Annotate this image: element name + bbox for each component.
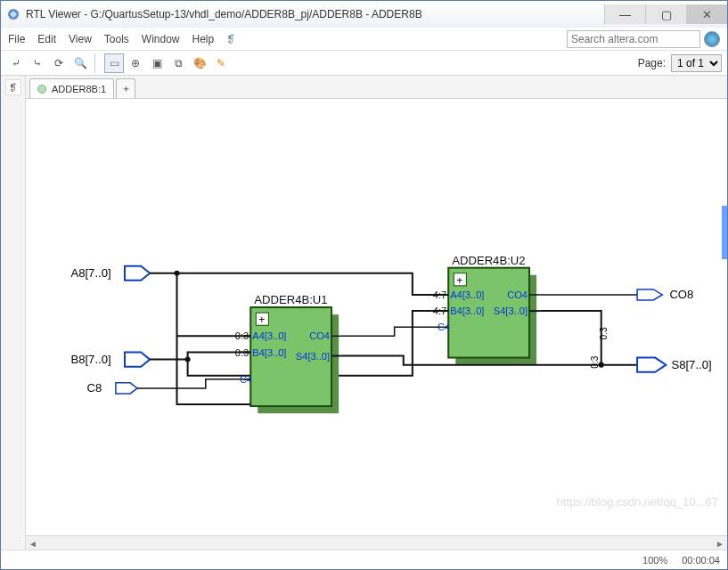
highlight-button[interactable]: ✎ xyxy=(211,53,231,73)
menu-view[interactable]: View xyxy=(69,33,92,45)
svg-marker-4 xyxy=(125,353,150,367)
port-b8: B8[7..0] xyxy=(70,353,150,367)
svg-text:CO8: CO8 xyxy=(669,288,693,301)
tabstrip: ADDER8B:1 ＋ xyxy=(26,76,727,99)
svg-marker-2 xyxy=(125,266,150,281)
menu-window[interactable]: Window xyxy=(142,33,180,45)
globe-icon[interactable] xyxy=(704,31,720,47)
schematic-canvas[interactable]: A8[7..0] B8[7..0] C8 xyxy=(26,99,727,535)
left-gutter: ❡ xyxy=(1,76,26,550)
svg-marker-48 xyxy=(637,358,666,372)
find-button[interactable]: 🔍 xyxy=(70,53,90,73)
svg-text:+: + xyxy=(258,314,265,326)
svg-text:CO4: CO4 xyxy=(309,330,330,341)
svg-text:0:3: 0:3 xyxy=(590,355,600,368)
minimize-button[interactable]: — xyxy=(604,4,645,24)
close-button[interactable]: ✕ xyxy=(686,4,727,24)
status-time: 00:00:04 xyxy=(682,555,720,566)
svg-text:S4[3..0]: S4[3..0] xyxy=(494,305,528,316)
pan-tool[interactable]: ⧉ xyxy=(168,53,188,73)
status-bar: 100% 00:00:04 xyxy=(1,550,727,569)
tab-status-icon xyxy=(37,85,46,94)
svg-text:A4[3..0]: A4[3..0] xyxy=(450,289,484,300)
tab-adder8b[interactable]: ADDER8B:1 xyxy=(29,78,114,98)
block-u1[interactable]: ADDER4B:U1 + 0:3 A4[3..0] 0:3 B4[3..0] C… xyxy=(235,293,340,413)
palette-button[interactable]: 🎨 xyxy=(190,53,209,73)
status-zoom: 100% xyxy=(642,555,667,566)
tab-label: ADDER8B:1 xyxy=(52,84,106,94)
svg-text:C8: C8 xyxy=(87,381,102,395)
menu-help[interactable]: Help xyxy=(192,33,215,45)
svg-text:A4[3..0]: A4[3..0] xyxy=(252,330,286,341)
toolbar: ⤶ ⤷ ⟳ 🔍 ▭ ⊕ ▣ ⧉ 🎨 ✎ Page: 1 of 1 xyxy=(1,51,727,76)
svg-text:B8[7..0]: B8[7..0] xyxy=(70,353,110,366)
svg-text:S4[3..0]: S4[3..0] xyxy=(296,351,330,362)
svg-marker-6 xyxy=(116,383,137,394)
svg-text:CO4: CO4 xyxy=(507,289,528,300)
menubar: File Edit View Tools Window Help ❡ xyxy=(1,28,727,51)
page-select[interactable]: 1 of 1 xyxy=(671,54,722,72)
port-co8: CO8 xyxy=(637,288,693,301)
maximize-button[interactable]: ▢ xyxy=(645,4,686,24)
svg-text:B4[3..0]: B4[3..0] xyxy=(450,305,484,316)
menu-tools[interactable]: Tools xyxy=(104,33,129,45)
scroll-right-arrow[interactable]: ► xyxy=(713,536,727,550)
svg-text:ADDER4B:U1: ADDER4B:U1 xyxy=(254,293,327,306)
menu-file[interactable]: File xyxy=(8,33,25,45)
scroll-left-arrow[interactable]: ◄ xyxy=(26,536,40,550)
window-title: RTL Viewer - G:/QuartusSetup-13/vhdl_dem… xyxy=(26,8,604,20)
horizontal-scrollbar[interactable]: ◄ ► xyxy=(26,535,727,550)
tab-add-button[interactable]: ＋ xyxy=(116,78,135,98)
menu-edit[interactable]: Edit xyxy=(37,33,56,45)
nav-back-button[interactable]: ⤶ xyxy=(6,53,26,73)
svg-point-8 xyxy=(185,357,191,362)
fit-tool[interactable]: ▣ xyxy=(147,53,167,73)
pointer-tool[interactable]: ▭ xyxy=(104,53,124,73)
svg-text:S8[7..0]: S8[7..0] xyxy=(671,358,711,371)
zoom-tool[interactable]: ⊕ xyxy=(126,53,145,73)
svg-marker-46 xyxy=(637,289,662,300)
block-u2[interactable]: ADDER4B:U2 + 4:7 A4[3..0] 4:7 B4[3..0] C… xyxy=(433,254,540,365)
search-input[interactable] xyxy=(567,30,700,48)
port-a8: A8[7..0] xyxy=(70,266,150,281)
refresh-button[interactable]: ⟳ xyxy=(49,53,69,73)
svg-point-45 xyxy=(599,362,604,368)
svg-text:ADDER4B:U2: ADDER4B:U2 xyxy=(452,254,525,267)
svg-text:A8[7..0]: A8[7..0] xyxy=(70,266,110,280)
port-s8: S8[7..0] xyxy=(637,358,712,372)
port-c8: C8 xyxy=(87,381,138,395)
svg-text:B4[3..0]: B4[3..0] xyxy=(252,347,286,358)
app-icon xyxy=(6,7,20,21)
watermark: https://blog.csdn.net/qq_10...67 xyxy=(557,495,718,509)
nav-fwd-button[interactable]: ⤷ xyxy=(28,53,47,73)
svg-text:0:3: 0:3 xyxy=(599,327,609,339)
titlebar: RTL Viewer - G:/QuartusSetup-13/vhdl_dem… xyxy=(1,1,727,28)
svg-text:+: + xyxy=(456,274,462,287)
page-label: Page: xyxy=(638,57,666,69)
gutter-tooltip-icon[interactable]: ❡ xyxy=(5,79,21,95)
svg-point-7 xyxy=(174,271,179,276)
help-hint-icon[interactable]: ❡ xyxy=(226,33,235,45)
